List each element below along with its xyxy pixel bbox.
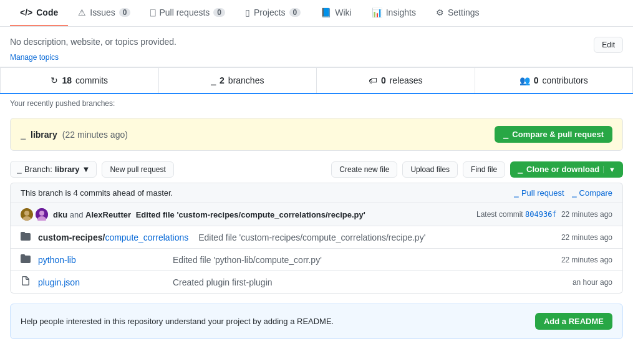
file-name-custom-recipes: custom-recipes/compute_correlations [38, 232, 188, 242]
table-row: custom-recipes/compute_correlations Edit… [11, 226, 622, 248]
stats-bar: ↻ 18 commits ⎯ 2 branches 🏷 0 releases 👥… [0, 67, 633, 94]
clone-icon: ⎯ [518, 165, 523, 174]
add-readme-button[interactable]: Add a README [535, 313, 612, 330]
tab-settings[interactable]: ⚙ Settings [426, 0, 490, 26]
repo-header: Edit No description, website, or topics … [0, 27, 633, 67]
file-name-python-lib: python-lib [38, 255, 163, 265]
edit-button[interactable]: Edit [594, 37, 623, 53]
branch-notification-left: ⎯ library (22 minutes ago) [21, 130, 128, 140]
tab-wiki[interactable]: 📘 Wiki [311, 0, 361, 26]
ahead-text: This branch is 4 commits ahead of master… [21, 188, 173, 198]
create-new-file-button[interactable]: Create new file [331, 161, 397, 178]
commit-actions: ⎯ Pull request ⎯ Compare [514, 188, 612, 198]
avatar-image-dku [21, 208, 33, 221]
file-time-custom-recipes: 22 minutes ago [561, 233, 612, 242]
compare-link-icon: ⎯ [572, 188, 577, 198]
tab-issues[interactable]: ⚠ Issues 0 [68, 0, 140, 26]
tab-projects[interactable]: ▯ Projects 0 [235, 0, 311, 26]
table-row: plugin.json Created plugin first-plugin … [11, 271, 622, 293]
author-alexreutter-link[interactable]: AlexReutter [85, 210, 131, 219]
wiki-icon: 📘 [321, 7, 331, 17]
folder-icon [21, 231, 33, 243]
commit-detail-row: dku and AlexReutter Edited file 'custom-… [10, 203, 623, 226]
find-file-button[interactable]: Find file [463, 161, 505, 178]
code-icon: </> [20, 7, 32, 17]
tab-pull-requests[interactable]: ⎕ Pull requests 0 [140, 0, 235, 26]
stat-branches[interactable]: ⎯ 2 branches [158, 67, 317, 93]
projects-icon: ▯ [245, 7, 250, 17]
stat-releases[interactable]: 🏷 0 releases [316, 67, 475, 93]
top-nav: </> Code ⚠ Issues 0 ⎕ Pull requests 0 ▯ … [0, 0, 633, 27]
avatar-image-alexreutter [36, 208, 48, 221]
compare-pull-request-button[interactable]: ⎯ Compare & pull request [495, 126, 612, 143]
avatar-alexreutter [36, 208, 48, 221]
tab-insights[interactable]: 📊 Insights [362, 0, 426, 26]
branch-selector[interactable]: ⎯ Branch: library ▼ [10, 161, 97, 178]
svg-point-1 [24, 211, 29, 216]
pull-request-link[interactable]: ⎯ Pull request [514, 188, 564, 198]
commit-time: 22 minutes ago [561, 210, 612, 219]
compare-link[interactable]: ⎯ Compare [572, 188, 612, 198]
folder-link-python-lib[interactable]: python-lib [38, 255, 76, 265]
file-time-python-lib: 22 minutes ago [561, 256, 612, 264]
clone-or-download-button[interactable]: ⎯ Clone or download ▼ [510, 161, 623, 178]
issues-icon: ⚠ [78, 7, 86, 17]
table-row: python-lib Edited file 'python-lib/compu… [11, 248, 622, 271]
file-name-plugin-json: plugin.json [38, 277, 163, 287]
branches-icon: ⎯ [211, 75, 216, 85]
commits-icon: ↻ [51, 75, 58, 85]
clone-chevron-icon: ▼ [603, 166, 616, 173]
branch-controls: ⎯ Branch: library ▼ New pull request Cre… [0, 156, 633, 183]
branch-label: Branch: [24, 165, 52, 174]
file-time-plugin-json: an hour ago [573, 278, 612, 287]
tab-code[interactable]: </> Code [10, 0, 68, 26]
commit-hash-info: Latest commit 804936f 22 minutes ago [476, 210, 612, 219]
branch-selector-icon: ⎯ [17, 165, 22, 174]
author-dku-link[interactable]: dku [53, 210, 67, 219]
branch-notification: ⎯ library (22 minutes ago) ⎯ Compare & p… [10, 118, 623, 151]
branch-icon: ⎯ [21, 130, 26, 140]
readme-banner-text: Help people interested in this repositor… [21, 317, 334, 326]
pull-requests-icon: ⎕ [150, 7, 155, 17]
commit-message: Edited file 'custom-recipes/compute_corr… [136, 210, 365, 219]
stat-commits[interactable]: ↻ 18 commits [0, 67, 158, 93]
folder-link-compute-correlations[interactable]: compute_correlations [105, 232, 188, 242]
file-link-plugin-json[interactable]: plugin.json [38, 277, 80, 287]
releases-icon: 🏷 [369, 75, 377, 85]
pull-request-icon: ⎯ [503, 130, 508, 139]
repo-description: No description, website, or topics provi… [10, 37, 623, 47]
avatar-dku [21, 208, 33, 221]
file-commit-msg-python-lib: Edited file 'python-lib/compute_corr.py' [163, 255, 561, 265]
branch-right: Create new file Upload files Find file ⎯… [331, 161, 623, 178]
branch-name-label: library [55, 165, 80, 174]
pull-request-link-icon: ⎯ [514, 188, 519, 198]
stat-contributors[interactable]: 👥 0 contributors [475, 67, 634, 93]
settings-icon: ⚙ [436, 7, 444, 17]
commit-avatars [21, 208, 48, 221]
file-commit-msg-custom-recipes: Edited file 'custom-recipes/compute_corr… [188, 232, 561, 242]
folder-link-custom-recipes[interactable]: custom-recipes/ [38, 232, 105, 242]
svg-point-4 [39, 211, 44, 216]
branch-left: ⎯ Branch: library ▼ New pull request [10, 161, 174, 178]
commit-info-bar: This branch is 4 commits ahead of master… [10, 183, 623, 203]
manage-topics-link[interactable]: Manage topics [10, 53, 59, 62]
folder-icon-python-lib [21, 254, 33, 266]
upload-files-button[interactable]: Upload files [402, 161, 458, 178]
branch-chevron-icon: ▼ [82, 165, 90, 174]
commit-authors: dku and AlexReutter Edited file 'custom-… [53, 210, 365, 219]
commit-hash-link[interactable]: 804936f [525, 210, 557, 219]
contributors-icon: 👥 [519, 75, 530, 85]
new-pull-request-button[interactable]: New pull request [102, 161, 173, 178]
file-list: custom-recipes/compute_correlations Edit… [10, 226, 623, 294]
file-commit-msg-plugin-json: Created plugin first-plugin [163, 277, 573, 287]
readme-banner: Help people interested in this repositor… [10, 304, 623, 339]
latest-commit-label: Latest commit [476, 210, 523, 219]
file-icon-plugin-json [21, 276, 33, 288]
recently-pushed-label: Your recently pushed branches: [0, 94, 633, 113]
insights-icon: 📊 [372, 7, 382, 17]
